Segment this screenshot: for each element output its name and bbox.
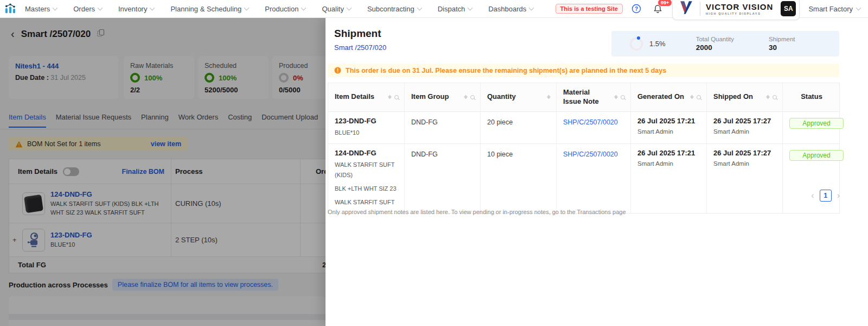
sort-icon[interactable]: [766, 93, 770, 101]
table-header-row: Item Details Item Group Quantity Materia…: [328, 83, 839, 112]
shipment-progress-percent: 1.5%: [649, 40, 666, 48]
shipment-count-value: 30: [769, 43, 795, 52]
nav-item-masters[interactable]: Masters: [25, 5, 57, 13]
chevron-down-icon: [346, 5, 352, 10]
notifications-button[interactable]: 99+: [653, 4, 662, 14]
chevron-down-icon: [98, 5, 103, 10]
due-date-warning-text: This order is due on 31 Jul. Please ensu…: [346, 67, 666, 74]
table-row[interactable]: 123-DND-FG BLUE*10 DND-FG 20 piece SHP/C…: [328, 112, 839, 144]
previous-page-icon[interactable]: ‹: [811, 191, 814, 200]
status-badge: Approved: [789, 150, 844, 161]
chevron-down-icon: [150, 5, 155, 10]
nav-item-quality[interactable]: Quality: [322, 5, 350, 13]
sort-icon[interactable]: [388, 93, 392, 101]
order-link[interactable]: Smart /2507/020: [334, 43, 386, 52]
factory-selector[interactable]: Smart Factory: [808, 5, 860, 13]
app-window: Masters Orders Inventory Planning & Sche…: [0, 0, 868, 326]
shipment-drawer: Shipment Smart /2507/020 1.5% Total Quan…: [326, 18, 868, 326]
shipment-stats-card: 1.5% Total Quantity 2000 Shipment 30: [611, 31, 839, 57]
nav-menu: Masters Orders Inventory Planning & Sche…: [25, 5, 533, 13]
top-navigation: Masters Orders Inventory Planning & Sche…: [0, 0, 868, 18]
search-icon[interactable]: [697, 95, 701, 99]
chevron-down-icon: [244, 5, 250, 10]
nav-item-dispatch[interactable]: Dispatch: [438, 5, 473, 13]
nav-item-dashboards[interactable]: Dashboards: [488, 5, 533, 13]
status-badge: Approved: [789, 118, 844, 129]
testing-site-badge: This is a testing Site: [556, 4, 623, 14]
drawer-title: Shipment: [334, 28, 381, 40]
brand-card: VICTOR VISION HIGH QUALITY DISPLAYS SA: [672, 0, 800, 20]
search-icon[interactable]: [773, 95, 777, 99]
material-issue-note-link[interactable]: SHP/C/2507/0020: [563, 151, 618, 158]
table-row[interactable]: 124-DND-FG WALK STARFIT SUFT (KIDS) BLK …: [328, 144, 839, 214]
search-icon[interactable]: [621, 95, 625, 99]
shipment-table: Item Details Item Group Quantity Materia…: [328, 83, 840, 214]
victor-vision-logo-icon: [678, 0, 694, 18]
sort-icon[interactable]: [690, 93, 694, 101]
user-avatar[interactable]: SA: [781, 1, 796, 16]
due-date-warning-banner: This order is due on 31 Jul. Please ensu…: [328, 64, 839, 77]
nav-item-production[interactable]: Production: [265, 5, 305, 13]
sort-icon[interactable]: [547, 93, 551, 101]
material-issue-note-link[interactable]: SHP/C/2507/0020: [563, 118, 618, 126]
nav-item-inventory[interactable]: Inventory: [118, 5, 154, 13]
chevron-down-icon: [301, 5, 307, 10]
pagination: ‹ 1 ›: [811, 190, 840, 202]
brand-name: VICTOR VISION: [706, 3, 773, 11]
next-page-icon[interactable]: ›: [837, 191, 840, 200]
nav-item-orders[interactable]: Orders: [73, 5, 102, 13]
info-circle-icon: [334, 67, 341, 74]
nav-item-planning-scheduling[interactable]: Planning & Scheduling: [170, 5, 248, 13]
help-icon[interactable]: ?: [631, 4, 641, 14]
total-quantity-value: 2000: [696, 43, 734, 52]
shipment-progress-ring: [630, 37, 643, 51]
chevron-down-icon: [529, 5, 534, 10]
brand-tagline: HIGH QUALITY DISPLAYS: [706, 12, 773, 15]
page-number-button[interactable]: 1: [820, 190, 832, 202]
svg-text:?: ?: [635, 6, 638, 12]
chevron-down-icon: [856, 5, 861, 10]
nav-item-subcontracting[interactable]: Subcontracting: [367, 5, 422, 13]
chevron-down-icon: [417, 5, 422, 10]
sort-icon[interactable]: [464, 93, 468, 101]
table-footnote: Only approved shipment notes are listed …: [328, 209, 626, 215]
search-icon[interactable]: [470, 95, 475, 99]
divider: [700, 2, 700, 16]
chevron-down-icon: [468, 5, 473, 10]
app-logo-icon[interactable]: [4, 3, 16, 15]
notification-count-badge: 99+: [658, 0, 672, 7]
search-icon[interactable]: [394, 95, 399, 99]
sort-icon[interactable]: [614, 93, 618, 101]
chevron-down-icon: [53, 5, 58, 10]
